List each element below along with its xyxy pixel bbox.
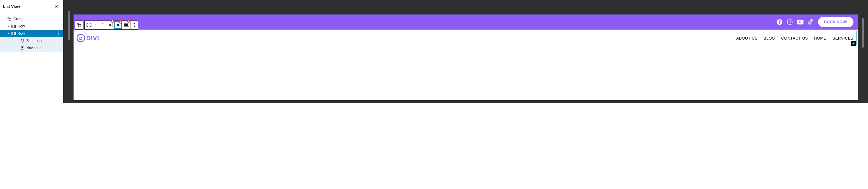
scrollbar-left[interactable] [68,10,70,40]
group-icon [76,23,82,28]
svg-rect-13 [87,24,88,26]
select-parent-button[interactable] [75,21,83,29]
toolbar-main-group: 1 2 3 [85,21,138,30]
list-view-title: List View [3,4,20,9]
svg-rect-5 [14,32,16,35]
move-down-button[interactable] [101,25,104,29]
full-width-icon [124,23,129,27]
chevron-right-icon [7,25,10,28]
svg-rect-21 [108,23,108,27]
page-preview: BOOK NOW! D DIVI ABOUT US BLOG CONTACT U… [73,14,858,100]
svg-point-33 [789,21,791,23]
tree-item-site-logo[interactable]: Site Logo [0,37,63,44]
toolbar-parent-group [75,21,83,30]
tree-item-row-selected[interactable]: Row [0,30,63,37]
svg-rect-14 [90,24,91,26]
svg-point-8 [58,35,59,36]
tree-label: Row [18,24,61,28]
scrollbar-right[interactable] [862,18,864,48]
book-now-button[interactable]: BOOK NOW! [818,17,854,27]
logo-mark: D [76,34,85,42]
justify-space-between-icon [108,23,113,27]
svg-point-34 [791,21,792,21]
navigation-icon [20,46,25,50]
align-button[interactable]: 2 [115,22,122,29]
row-icon [11,25,16,28]
width-button[interactable]: 3 [122,21,130,29]
svg-rect-27 [124,27,129,27]
close-icon [55,4,59,8]
chevron-down-icon [2,17,6,21]
svg-point-19 [95,26,96,26]
list-view-panel: List View Group Row Row Site Logo [0,0,63,103]
row-icon [11,32,16,35]
svg-point-28 [134,23,135,24]
align-middle-icon [116,23,120,27]
chevron-right-icon [14,46,18,49]
editor-canvas: 1 2 3 BOOK NOW! [63,0,868,103]
svg-rect-26 [124,24,128,26]
add-block-button[interactable] [851,41,856,46]
tree-item-options-button[interactable] [57,31,61,36]
tree-label: Row [18,31,57,36]
move-up-button[interactable] [101,21,104,25]
svg-point-16 [97,24,97,25]
svg-rect-32 [787,20,792,25]
block-toolbar: 1 2 3 [75,21,138,30]
top-banner: BOOK NOW! [73,14,858,30]
svg-point-17 [95,25,96,25]
justify-button[interactable]: 1 [106,21,114,29]
navigation-selection-outline [96,31,857,45]
svg-point-30 [134,26,135,27]
tree-item-navigation[interactable]: Navigation [0,44,63,52]
more-vertical-icon [134,23,135,27]
chevron-up-icon [101,22,104,25]
drag-handle[interactable] [93,21,99,29]
annotation-badge-1: 1 [111,19,115,23]
svg-point-15 [95,24,96,25]
svg-point-7 [58,33,59,34]
more-options-button[interactable] [130,21,138,29]
annotation-badge-2: 2 [118,20,122,24]
row-icon [87,23,91,27]
block-tree: Group Row Row Site Logo Navigation [0,13,63,54]
svg-rect-2 [12,25,13,28]
group-icon [7,17,11,21]
move-up-down [99,21,106,29]
drag-icon [94,23,98,27]
tree-label: Site Logo [26,39,61,43]
youtube-icon[interactable] [797,19,804,25]
close-panel-button[interactable] [53,3,60,10]
tree-label: Navigation [26,46,61,50]
svg-point-18 [97,25,97,25]
nav-row: D DIVI ABOUT US BLOG CONTACT US HOME SER… [73,30,858,46]
chevron-down-icon [7,32,10,35]
social-icons [776,19,814,25]
svg-rect-3 [14,25,16,28]
svg-point-29 [134,25,135,26]
row-block-button[interactable] [85,21,93,29]
tiktok-icon[interactable] [807,19,814,25]
tree-label: Group [13,17,61,21]
svg-rect-23 [112,23,112,27]
svg-point-6 [58,31,59,32]
facebook-icon[interactable] [776,19,783,25]
annotation-badge-3: 3 [126,19,130,23]
instagram-icon[interactable] [786,19,793,25]
svg-point-20 [97,26,97,26]
site-logo-icon [20,39,25,43]
svg-rect-25 [117,24,119,26]
tree-item-group[interactable]: Group [0,15,63,23]
svg-rect-22 [109,24,111,26]
tree-item-row[interactable]: Row [0,23,63,30]
list-view-header: List View [0,0,63,13]
chevron-down-icon [101,26,104,28]
svg-rect-4 [12,32,13,35]
plus-icon [851,42,855,45]
